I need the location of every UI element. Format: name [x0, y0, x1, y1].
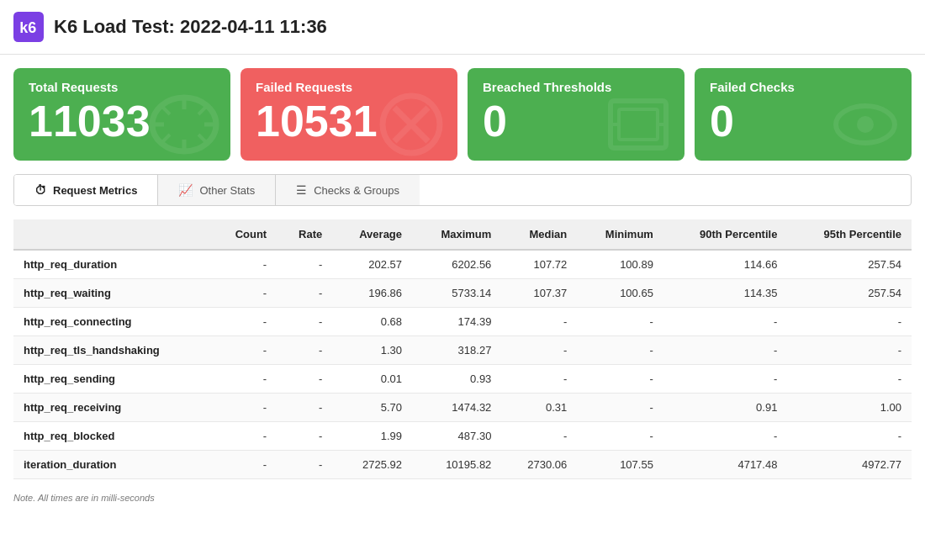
cell-value: - [211, 422, 277, 451]
cell-value: - [211, 308, 277, 336]
cell-metric-name: http_req_waiting [13, 279, 211, 308]
tab-checks-groups[interactable]: ☰ Checks & Groups [276, 175, 420, 205]
cell-value: 6202.56 [412, 250, 501, 279]
cell-value: 1474.32 [412, 394, 501, 422]
cell-value: - [277, 336, 332, 365]
cell-value: - [501, 365, 577, 394]
cell-value: 100.89 [577, 250, 663, 279]
cell-metric-name: http_req_connecting [13, 308, 211, 336]
col-p90: 90th Percentile [663, 219, 788, 250]
cell-value: - [663, 336, 788, 365]
cell-value: 4717.48 [663, 451, 788, 479]
tab-checks-groups-label: Checks & Groups [314, 184, 399, 197]
col-count: Count [211, 219, 277, 250]
cell-value: 114.66 [663, 250, 788, 279]
svg-point-11 [857, 116, 874, 133]
cell-value: 257.54 [787, 250, 912, 279]
cell-value: 487.30 [412, 422, 501, 451]
cell-value: 1.00 [787, 394, 912, 422]
cell-value: - [663, 365, 788, 394]
table-row: http_req_tls_handshaking--1.30318.27---- [13, 336, 912, 365]
cell-metric-name: iteration_duration [13, 451, 211, 479]
cell-value: - [277, 250, 332, 279]
cell-value: 100.65 [577, 279, 663, 308]
table-note: Note. All times are in milli-seconds [0, 486, 925, 513]
table-row: http_req_sending--0.010.93---- [13, 365, 912, 394]
col-minimum: Minimum [577, 219, 663, 250]
failed-requests-value: 10531 [256, 99, 378, 143]
cell-metric-name: http_req_sending [13, 365, 211, 394]
cell-value: 0.91 [663, 394, 788, 422]
cell-value: - [211, 365, 277, 394]
tab-other-stats[interactable]: 📈 Other Stats [158, 175, 276, 205]
cell-value: - [501, 308, 577, 336]
cell-value: - [577, 336, 663, 365]
breached-thresholds-label: Breached Thresholds [483, 80, 611, 94]
cell-value: - [663, 422, 788, 451]
failed-requests-icon [373, 91, 449, 161]
col-maximum: Maximum [412, 219, 501, 250]
cell-value: - [577, 394, 663, 422]
cell-value: 202.57 [332, 250, 412, 279]
tab-other-stats-label: Other Stats [199, 184, 255, 197]
cell-value: 257.54 [787, 279, 912, 308]
cell-value: - [277, 394, 332, 422]
total-requests-value: 11033 [29, 99, 151, 143]
cell-value: - [577, 308, 663, 336]
cell-value: 4972.77 [787, 451, 912, 479]
col-median: Median [501, 219, 577, 250]
cell-value: - [211, 250, 277, 279]
table-row: http_req_receiving--5.701474.320.31-0.91… [13, 394, 912, 422]
cell-value: 196.86 [332, 279, 412, 308]
tabs-row: ⏱ Request Metrics 📈 Other Stats ☰ Checks… [13, 174, 912, 206]
cell-value: 107.72 [501, 250, 577, 279]
cell-metric-name: http_req_duration [13, 250, 211, 279]
cell-value: 1.99 [332, 422, 412, 451]
cell-value: - [277, 365, 332, 394]
page-header: k6 K6 Load Test: 2022-04-11 11:36 [0, 0, 925, 55]
table-row: http_req_connecting--0.68174.39---- [13, 308, 912, 336]
failed-checks-value: 0 [710, 99, 734, 143]
failed-requests-card: Failed Requests 10531 [240, 68, 457, 161]
tab-request-metrics[interactable]: ⏱ Request Metrics [14, 175, 158, 205]
cell-value: - [277, 451, 332, 479]
cell-value: - [577, 365, 663, 394]
cell-value: 107.37 [501, 279, 577, 308]
cell-value: - [211, 336, 277, 365]
list-icon: ☰ [296, 183, 307, 197]
breached-thresholds-card: Breached Thresholds 0 [468, 68, 684, 161]
table-row: http_req_waiting--196.865733.14107.37100… [13, 279, 912, 308]
cell-value: 0.93 [412, 365, 501, 394]
cell-value: - [277, 422, 332, 451]
cell-value: 10195.82 [412, 451, 501, 479]
cell-value: 107.55 [577, 451, 663, 479]
col-average: Average [332, 219, 412, 250]
k6-logo: k6 [13, 12, 44, 42]
failed-requests-label: Failed Requests [256, 80, 352, 94]
cell-value: 0.31 [501, 394, 577, 422]
table-header-row: Count Rate Average Maximum Median Minimu… [13, 219, 912, 250]
metrics-table-section: Count Rate Average Maximum Median Minimu… [13, 219, 912, 479]
cell-metric-name: http_req_receiving [13, 394, 211, 422]
cell-value: 2725.92 [332, 451, 412, 479]
cell-value: 114.35 [663, 279, 788, 308]
cell-metric-name: http_req_tls_handshaking [13, 336, 211, 365]
metrics-table: Count Rate Average Maximum Median Minimu… [13, 219, 912, 479]
table-row: http_req_blocked--1.99487.30---- [13, 422, 912, 451]
cell-value: 5.70 [332, 394, 412, 422]
cell-value: - [501, 336, 577, 365]
cell-value: 174.39 [412, 308, 501, 336]
cell-value: - [787, 365, 912, 394]
tab-request-metrics-label: Request Metrics [53, 184, 137, 197]
cell-value: - [211, 394, 277, 422]
clock-icon: ⏱ [34, 183, 46, 197]
cell-value: - [577, 422, 663, 451]
failed-checks-label: Failed Checks [710, 80, 795, 94]
cell-value: 2730.06 [501, 451, 577, 479]
cell-value: 0.68 [332, 308, 412, 336]
breached-thresholds-value: 0 [483, 99, 507, 143]
cell-value: - [277, 308, 332, 336]
stats-row: Total Requests 11033 Failed Requests 105… [0, 55, 925, 174]
failed-checks-icon [827, 91, 903, 161]
col-name [13, 219, 211, 250]
